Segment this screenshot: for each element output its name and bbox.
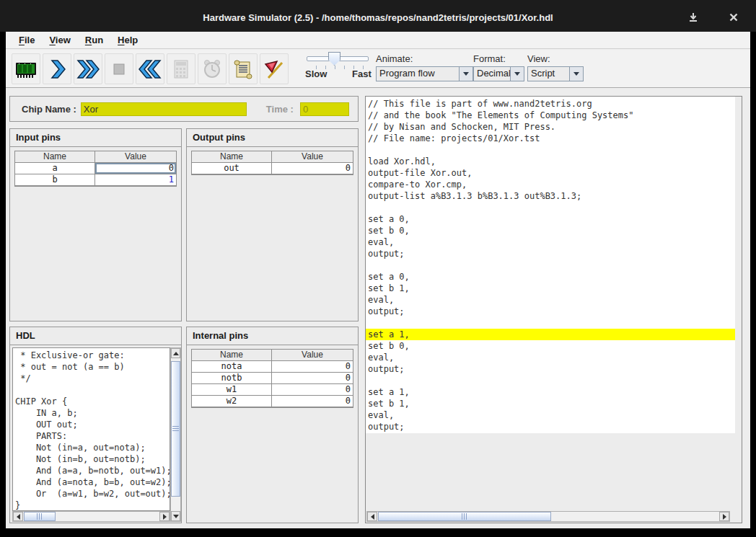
- script-line: [366, 375, 735, 386]
- chevron-down-icon[interactable]: [459, 67, 472, 81]
- output-pins-table: Name Value out 0: [191, 151, 353, 175]
- menu-item[interactable]: View: [42, 32, 77, 48]
- titlebar[interactable]: Hardware Simulator (2.5) - /home/thomas/…: [0, 0, 756, 32]
- script-line: set a 0,: [366, 271, 735, 283]
- scrollbar-thumb[interactable]: [378, 512, 551, 521]
- script-line: // by Nisan and Schocken, MIT Press.: [366, 121, 735, 133]
- time-field: 0: [300, 102, 349, 116]
- pin-value-cell[interactable]: 0: [272, 163, 353, 174]
- script-line: [366, 144, 735, 156]
- speed-slider[interactable]: Slow Fast: [299, 50, 374, 88]
- view-value: Script: [528, 67, 569, 81]
- script-line: // and the book "The Elements of Computi…: [366, 110, 735, 121]
- run-button[interactable]: [74, 53, 102, 84]
- pin-row: w1 0: [192, 384, 353, 396]
- format-select[interactable]: Decimal: [473, 66, 524, 81]
- script-line: set b 0,: [366, 225, 735, 236]
- close-icon[interactable]: [729, 12, 739, 22]
- script-line: eval,: [366, 236, 735, 248]
- hdl-horizontal-scrollbar[interactable]: [12, 511, 170, 522]
- clock-icon: [201, 58, 224, 81]
- view-group: View: Script: [527, 53, 584, 81]
- pin-value-cell[interactable]: 0: [95, 163, 176, 174]
- chevron-down-icon[interactable]: [569, 67, 583, 81]
- pin-value-cell[interactable]: 0: [272, 373, 353, 383]
- hdl-code-line: Not (in=a, out=nota);: [13, 442, 170, 453]
- scrollbar-thumb[interactable]: [171, 361, 180, 497]
- scroll-down-button[interactable]: [171, 511, 180, 521]
- internal-pins-title: Internal pins: [187, 327, 358, 345]
- input-pins-title: Input pins: [10, 129, 181, 147]
- column-header-value: Value: [272, 350, 353, 360]
- pin-value-cell[interactable]: 0: [272, 361, 353, 372]
- slider-thumb[interactable]: [328, 52, 340, 66]
- menu-item[interactable]: Run: [78, 32, 110, 48]
- pin-value-cell[interactable]: 0: [272, 384, 353, 395]
- chip-name-bar: Chip Name : Xor Time : 0: [9, 96, 359, 122]
- hdl-code-line: Or (a=w1, b=w2, out=out);: [13, 488, 170, 500]
- calculator-button[interactable]: [167, 53, 195, 84]
- minimize-icon[interactable]: [688, 12, 698, 22]
- stop-button[interactable]: [105, 53, 133, 84]
- app-frame: File View Run Help: [6, 32, 750, 528]
- internal-pins-panel: Internal pins Name Value nota 0: [186, 327, 359, 523]
- chip-name-field[interactable]: Xor: [81, 102, 247, 116]
- menu-item[interactable]: File: [12, 32, 42, 48]
- scroll-right-button[interactable]: [719, 512, 729, 521]
- script-line: output;: [366, 306, 735, 317]
- slider-slow-label: Slow: [305, 68, 327, 79]
- pin-value-cell[interactable]: 0: [272, 396, 353, 407]
- toolbar: Slow Fast Animate: Program flow Format: …: [6, 50, 750, 88]
- view-script-button[interactable]: [229, 53, 258, 84]
- single-step-button[interactable]: [43, 53, 71, 84]
- format-value: Decimal: [474, 67, 510, 81]
- hdl-title: HDL: [10, 327, 181, 345]
- hdl-code-line: PARTS:: [13, 430, 170, 442]
- column-header-value: Value: [95, 151, 176, 162]
- column-header-value: Value: [272, 151, 353, 162]
- hdl-code-view[interactable]: * Exclusive-or gate: * out = not (a == b…: [12, 347, 170, 511]
- script-line: set b 1,: [366, 283, 735, 294]
- view-select[interactable]: Script: [527, 66, 584, 81]
- output-pins-panel: Output pins Name Value out 0: [186, 128, 359, 321]
- animate-label: Animate:: [376, 53, 473, 64]
- menu-item[interactable]: Help: [110, 32, 145, 48]
- scroll-up-button[interactable]: [171, 348, 180, 358]
- script-view[interactable]: // This file is part of www.nand2tetris.…: [366, 97, 735, 433]
- breakpoints-button[interactable]: [260, 53, 289, 84]
- script-line: eval,: [366, 294, 735, 306]
- scrollbar-thumb[interactable]: [24, 512, 56, 521]
- script-line: [366, 317, 735, 329]
- column-header-name: Name: [192, 151, 272, 162]
- pin-row: b 1: [15, 174, 176, 186]
- script-line: output;: [366, 421, 735, 432]
- scroll-left-button[interactable]: [13, 512, 23, 521]
- hdl-code-line: And (a=nota, b=b, out=w2);: [13, 476, 170, 488]
- script-panel: // This file is part of www.nand2tetris.…: [365, 96, 742, 523]
- script-line: output-list a%B3.1.3 b%B3.1.3 out%B3.1.3…: [366, 190, 735, 202]
- script-line: // This file is part of www.nand2tetris.…: [366, 98, 735, 110]
- time-label: Time :: [266, 104, 294, 115]
- script-line: set a 0,: [366, 213, 735, 225]
- hardware-simulator-window: Hardware Simulator (2.5) - /home/thomas/…: [0, 0, 756, 537]
- scroll-right-button[interactable]: [159, 512, 170, 521]
- load-chip-button[interactable]: [12, 53, 40, 84]
- script-line: eval,: [366, 409, 735, 421]
- view-label: View:: [527, 53, 584, 64]
- pin-value-cell[interactable]: 1: [95, 174, 176, 185]
- reset-button[interactable]: [136, 53, 164, 84]
- clock-button[interactable]: [198, 53, 227, 84]
- animate-select[interactable]: Program flow: [376, 66, 473, 81]
- pin-row: nota 0: [192, 361, 353, 373]
- format-group: Format: Decimal: [473, 53, 524, 81]
- hdl-code-line: */: [13, 373, 170, 384]
- scroll-icon: [232, 58, 255, 81]
- script-line: compare-to Xor.cmp,: [366, 179, 735, 190]
- output-pins-title: Output pins: [187, 129, 358, 147]
- script-horizontal-scrollbar[interactable]: [366, 511, 730, 522]
- hdl-vertical-scrollbar[interactable]: [170, 347, 181, 522]
- chevron-down-icon[interactable]: [510, 67, 524, 81]
- pin-name: w2: [192, 396, 272, 407]
- scroll-left-button[interactable]: [367, 512, 377, 521]
- script-line: [366, 259, 735, 271]
